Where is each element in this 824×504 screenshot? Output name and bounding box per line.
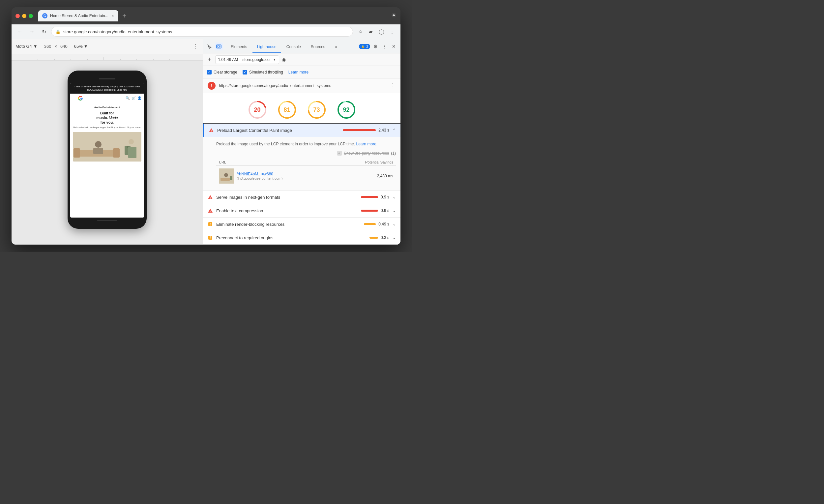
- audit-next-gen-chevron[interactable]: ⌄: [393, 195, 396, 199]
- settings-button[interactable]: ⚙: [372, 42, 379, 51]
- minimize-button[interactable]: [22, 14, 26, 18]
- tab-favicon-icon: G: [42, 13, 47, 18]
- tab-sources[interactable]: Sources: [306, 41, 330, 53]
- gauge-circle-best-practices: 73: [307, 100, 327, 120]
- audit-render-blocking-chevron[interactable]: ⌄: [393, 222, 396, 226]
- clear-storage-checkbox[interactable]: ✓: [207, 70, 212, 75]
- menu-button[interactable]: ⋮: [387, 27, 397, 36]
- back-button[interactable]: ←: [15, 27, 25, 36]
- phone-notch: [70, 76, 144, 82]
- device-toolbar: Moto G4 ▼ 360 × 640 65% ▼ ⋮: [11, 39, 203, 54]
- audit-time-preload: 2.43 s: [378, 128, 389, 132]
- audit-next-gen-formats: ! Serve images in next-gen formats 0.9 s…: [203, 191, 401, 204]
- lighthouse-report: ! https://store.google.com/category/audi…: [203, 79, 401, 244]
- url-info: /rbNNiE4oM...=w680 (lh3.googleuserconten…: [237, 172, 283, 180]
- toolbar-icons: ☆ ▰ ◯ ⋮: [355, 27, 397, 36]
- gauge-circle-accessibility: 81: [277, 100, 297, 120]
- svg-text:!: !: [210, 196, 211, 199]
- svg-text:!: !: [211, 129, 212, 132]
- phone-product-image: [73, 132, 141, 162]
- tab-elements[interactable]: Elements: [226, 41, 252, 53]
- viewport-width: 360: [44, 44, 51, 49]
- user-icon: 👤: [137, 96, 141, 100]
- audit-next-gen-bar-container: 0.9 s: [361, 195, 389, 199]
- close-button[interactable]: [15, 14, 20, 18]
- ruler-area: [11, 54, 203, 61]
- throttling-option[interactable]: ✓ Simulated throttling: [242, 70, 283, 75]
- phone-nav-icons: 🔍 🛒 👤: [126, 96, 141, 100]
- device-select[interactable]: Moto G4 ▼: [15, 44, 37, 49]
- device-select-chevron: ▼: [33, 44, 37, 49]
- device-emulation-icon: [216, 44, 221, 49]
- address-text: store.google.com/category/audio_entertai…: [63, 29, 349, 34]
- bookmark-button[interactable]: ☆: [355, 27, 365, 36]
- zoom-select[interactable]: 65% ▼: [74, 44, 88, 49]
- audit-next-gen-title: Serve images in next-gen formats: [216, 195, 357, 200]
- svg-rect-24: [217, 45, 219, 47]
- active-tab[interactable]: G Home Stereo & Audio Entertain... ×: [38, 10, 118, 21]
- reload-button[interactable]: ↻: [39, 27, 48, 36]
- audit-render-blocking-header[interactable]: ! Eliminate render-blocking resources 0.…: [203, 218, 401, 231]
- thumbnail-image: [219, 169, 234, 184]
- report-warning-icon: !: [208, 82, 216, 90]
- device-emulation-button[interactable]: [215, 42, 223, 51]
- audit-warn-icon: !: [209, 127, 214, 133]
- svg-point-18: [95, 141, 102, 148]
- device-more-button[interactable]: ⋮: [193, 43, 199, 50]
- throttling-checkbox[interactable]: ✓: [242, 70, 247, 75]
- throttling-label: Simulated throttling: [249, 70, 283, 75]
- audit-render-blocking-title: Eliminate render-blocking resources: [216, 222, 360, 227]
- score-accessibility: 81: [277, 100, 297, 120]
- report-url-more[interactable]: ⋮: [390, 82, 396, 89]
- 3rd-party-count: (1): [391, 151, 396, 156]
- score-performance: 20: [247, 100, 267, 120]
- profile-button[interactable]: ◯: [377, 27, 386, 36]
- device-name: Moto G4: [15, 44, 32, 49]
- tab-lighthouse[interactable]: Lighthouse: [252, 41, 281, 53]
- url-cell: /rbNNiE4oM...=w680 (lh3.googleuserconten…: [216, 166, 337, 187]
- phone-banner-text: There's still time. Get free two-day shi…: [74, 85, 140, 91]
- col-savings-header: Potential Savings: [337, 159, 396, 166]
- title-bar: G Home Stereo & Audio Entertain... × +: [11, 7, 401, 24]
- ruler-marks: [11, 54, 203, 60]
- audit-preload-learn-more[interactable]: Learn more: [356, 142, 376, 146]
- svg-rect-16: [74, 148, 80, 158]
- audit-preload-chevron[interactable]: ⌃: [393, 128, 396, 132]
- throttling-learn-more[interactable]: Learn more: [288, 70, 309, 75]
- session-url-chevron: ▼: [273, 58, 276, 61]
- phone-nav: ☰ 🔍: [70, 94, 144, 103]
- session-url-bar[interactable]: 1:01:49 AM – store.google.cor ▼: [215, 56, 279, 64]
- phone-hero-line2: music. Made: [96, 116, 118, 120]
- audit-render-blocking: ! Eliminate render-blocking resources 0.…: [203, 218, 401, 231]
- tab-console[interactable]: Console: [282, 41, 306, 53]
- extension-button[interactable]: ▰: [366, 27, 376, 36]
- tab-close-button[interactable]: ×: [111, 13, 114, 18]
- audit-time-text-compression: 0.9 s: [381, 208, 389, 213]
- 3rd-party-checkbox[interactable]: ✓: [337, 151, 342, 156]
- address-bar[interactable]: 🔒 store.google.com/category/audio_entert…: [51, 27, 353, 36]
- audit-preconnect: ! Preconnect to required origins 0.3 s ⌄: [203, 231, 401, 244]
- devtools-more-button[interactable]: ⋮: [381, 42, 389, 51]
- audit-text-compression-header[interactable]: ! Enable text compression 0.9 s ⌄: [203, 204, 401, 217]
- audit-text-compression-chevron[interactable]: ⌄: [393, 208, 396, 213]
- new-tab-button[interactable]: +: [120, 11, 129, 20]
- device-viewport: There's still time. Get free two-day shi…: [11, 61, 203, 244]
- notification-count: 2: [366, 45, 368, 48]
- svg-point-40: [224, 173, 228, 177]
- phone-speaker: [99, 78, 115, 80]
- audit-preconnect-header[interactable]: ! Preconnect to required origins 0.3 s ⌄: [203, 231, 401, 244]
- devtools-close-button[interactable]: ✕: [390, 42, 398, 51]
- inspect-cursor-button[interactable]: [206, 42, 214, 51]
- clear-storage-option[interactable]: ✓ Clear storage: [207, 70, 237, 75]
- reload-session-button[interactable]: ◉: [282, 57, 286, 62]
- audit-next-gen-header[interactable]: ! Serve images in next-gen formats 0.9 s…: [203, 191, 401, 204]
- add-session-button[interactable]: +: [206, 56, 213, 63]
- tab-more[interactable]: »: [331, 41, 342, 53]
- maximize-button[interactable]: [29, 14, 33, 18]
- audit-bar-next-gen: [361, 196, 378, 198]
- audit-preconnect-chevron[interactable]: ⌄: [393, 235, 396, 240]
- traffic-lights: [15, 14, 33, 18]
- score-value-performance: 20: [254, 106, 261, 113]
- audit-preload-lcp-header[interactable]: ! Preload Largest Contentful Paint image…: [203, 124, 401, 137]
- forward-button[interactable]: →: [27, 27, 36, 36]
